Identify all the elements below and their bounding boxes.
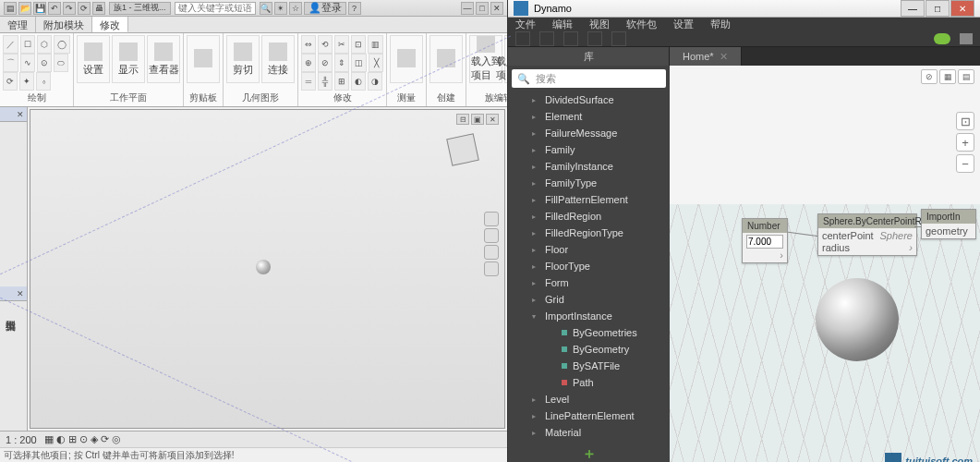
zoom-in-icon[interactable]: + [956, 133, 974, 152]
mod-tool[interactable]: ✂ [334, 35, 349, 54]
draw-tool[interactable]: ☐ [20, 35, 35, 54]
tree-node[interactable]: ▸Family [508, 141, 670, 158]
tree-node[interactable]: ▸LinePatternElement [508, 407, 670, 424]
mod-tool[interactable]: ╬ [318, 72, 333, 91]
model-sphere[interactable] [256, 260, 271, 274]
cut-button[interactable]: 剪切 [226, 35, 260, 83]
tree-node[interactable]: ▸Level [508, 391, 670, 407]
tree-node[interactable]: ▸FilledRegionType [508, 225, 670, 241]
tree-node[interactable]: ▸FillPatternElement [508, 191, 670, 208]
status-icons[interactable]: ▦ ◐ ⊞ ⊙ ◈ ⟳ ◎ [44, 433, 121, 445]
draw-tool[interactable]: ⊙ [37, 54, 52, 72]
tab-manage[interactable]: 管理 [0, 17, 36, 32]
panel-close-icon[interactable]: ✕ [0, 107, 27, 122]
view-linked-icon[interactable]: ⊘ [921, 69, 938, 84]
nav-icon[interactable] [484, 261, 499, 276]
help-search-input[interactable] [175, 2, 256, 15]
tree-node[interactable]: ▸FloorType [508, 258, 670, 274]
draw-tool[interactable]: ∿ [20, 54, 35, 72]
view-3d-icon[interactable]: ▦ [939, 69, 956, 84]
close-tab-icon[interactable]: ✕ [720, 51, 728, 63]
draw-tool[interactable]: ◯ [54, 35, 70, 54]
close-icon[interactable]: ✕ [490, 2, 503, 15]
node-import[interactable]: ImportIn geometry [921, 209, 976, 239]
zoom-out-icon[interactable]: − [956, 154, 974, 173]
draw-tool[interactable]: ／ [3, 35, 18, 54]
node-sphere[interactable]: Sphere.ByCenterPointRadius centerPointSp… [817, 213, 917, 256]
search-go-icon[interactable]: 🔍 [260, 2, 272, 15]
nav-icon[interactable] [484, 212, 499, 226]
nav-icon[interactable] [484, 228, 499, 243]
draw-tool[interactable]: ⬡ [37, 35, 52, 54]
mod-tool[interactable]: ⇕ [334, 54, 349, 72]
camera-icon[interactable] [960, 33, 973, 44]
open-icon[interactable] [539, 31, 554, 46]
tree-node[interactable]: ByGeometry [508, 341, 670, 358]
measure-button[interactable] [390, 35, 423, 83]
menu-help[interactable]: 帮助 [710, 18, 731, 31]
mod-tool[interactable]: ◐ [351, 72, 366, 91]
max-icon[interactable]: □ [926, 0, 950, 17]
number-input[interactable] [746, 235, 783, 249]
draw-tool[interactable]: ⬨ [36, 72, 51, 91]
view-cube[interactable] [435, 122, 490, 176]
tree-node[interactable]: ▸Material [508, 424, 670, 441]
mod-tool[interactable]: ⊕ [301, 54, 316, 72]
sync-icon[interactable]: ⟳ [78, 2, 91, 15]
join-button[interactable]: 连接 [261, 35, 295, 83]
tree-node[interactable]: ▸DividedSurface [508, 91, 670, 108]
node-number[interactable]: Number › [742, 218, 788, 263]
show-button[interactable]: 显示 [112, 35, 145, 83]
tree-node[interactable]: ▾ImportInstance [508, 308, 670, 324]
paste-button[interactable] [187, 35, 220, 83]
tree-node[interactable]: ▸Floor [508, 241, 670, 258]
mod-tool[interactable]: ◑ [368, 72, 382, 91]
subs-icon[interactable]: ✴ [274, 2, 287, 15]
open-icon[interactable]: 📂 [18, 2, 31, 15]
menu-file[interactable]: 文件 [515, 18, 536, 31]
tree-node[interactable]: ▸Element [508, 108, 670, 125]
draw-tool[interactable]: ✦ [19, 72, 34, 91]
tab-modify[interactable]: 修改 [92, 17, 128, 32]
set-button[interactable]: 设置 [77, 35, 110, 83]
mod-tool[interactable]: ╳ [369, 54, 383, 72]
mod-tool[interactable]: ▥ [368, 35, 383, 54]
mod-tool[interactable]: ⇔ [301, 35, 316, 54]
max-icon[interactable]: □ [476, 2, 489, 15]
tree-node[interactable]: ▸FilledRegion [508, 208, 670, 225]
3d-view[interactable]: ⊟ ▣ ✕ [30, 109, 505, 429]
tree-node[interactable]: ▸Form [508, 274, 670, 291]
menu-view[interactable]: 视图 [589, 18, 610, 31]
view-ctl-icon[interactable]: ⊟ [456, 114, 469, 125]
zoom-fit-icon[interactable]: ⊡ [956, 112, 974, 130]
scale-value[interactable]: 1 : 200 [6, 434, 37, 445]
print-icon[interactable]: 🖶 [92, 2, 105, 15]
tree-node[interactable]: ▸FamilyInstance [508, 158, 670, 175]
viewer-button[interactable]: 查看器 [147, 35, 180, 83]
mod-tool[interactable]: ◫ [351, 54, 367, 72]
draw-tool[interactable]: ⬭ [54, 54, 68, 72]
save-icon[interactable]: 💾 [33, 2, 46, 15]
mod-tool[interactable]: ⊞ [334, 72, 349, 91]
node-canvas[interactable]: ⊘ ▦ ▤ ⊡ + − Number › Sphere.ByCenterPoin… [670, 66, 980, 462]
mod-tool[interactable]: ⟲ [318, 35, 333, 54]
new-icon[interactable] [515, 31, 530, 46]
mod-tool[interactable]: ⊘ [318, 54, 333, 72]
undo-icon[interactable]: ↶ [48, 2, 61, 15]
mod-tool[interactable]: ═ [301, 72, 316, 91]
star-icon[interactable]: ☆ [289, 2, 302, 15]
home-tab[interactable]: Home*✕ [670, 47, 742, 66]
menu-edit[interactable]: 编辑 [552, 18, 573, 31]
tree-node[interactable]: BySATFile [508, 358, 670, 374]
save-icon[interactable] [563, 31, 578, 46]
menu-packages[interactable]: 软件包 [626, 18, 657, 31]
menu-settings[interactable]: 设置 [673, 18, 694, 31]
cloud-icon[interactable] [934, 33, 950, 44]
redo-icon[interactable]: ↷ [63, 2, 76, 15]
view-graph-icon[interactable]: ▤ [958, 69, 974, 84]
view-ctl-icon[interactable]: ✕ [486, 114, 499, 125]
add-icon[interactable]: ＋ [582, 444, 597, 462]
tree-node[interactable]: Path [508, 374, 670, 391]
mod-tool[interactable]: ⊡ [351, 35, 366, 54]
login-button[interactable]: 👤登录 [304, 2, 346, 15]
